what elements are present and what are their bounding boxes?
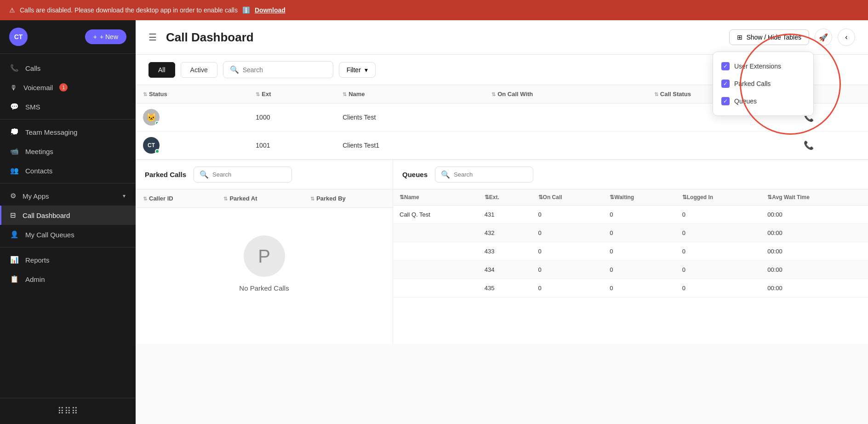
search-icon: 🔍 [200,170,209,179]
sidebar-item-my-call-queues[interactable]: 👤 My Call Queues [0,225,136,244]
parked-calls-empty-text: No Parked Calls [239,284,289,292]
sms-icon: 💬 [10,103,19,111]
admin-icon: 📋 [10,275,19,283]
contacts-icon: 👥 [10,166,19,175]
bottom-section: Parked Calls 🔍 ⇅Caller ID ⇅Parked At ⇅Pa… [136,160,868,344]
new-button[interactable]: + + New [85,29,126,44]
table-row: CT 1001 Clients Test1 📞 [136,132,868,160]
sidebar-item-label: Meetings [25,148,53,155]
status-cell: 🐱 [136,103,248,132]
col-queue-name[interactable]: ⇅Name [393,189,478,206]
dashboard-icon: ⊟ [10,211,16,219]
queues-search-box: 🔍 [435,166,533,183]
back-button[interactable]: ‹ [838,29,855,46]
chevron-left-icon: ‹ [845,33,847,41]
avatar: CT [9,28,28,46]
queue-waiting-cell: 0 [603,242,675,261]
main-content: ☰ Call Dashboard ⊞ Show / Hide Tables 🚀 … [136,20,868,424]
main-search-box: 🔍 [223,61,333,78]
queue-name-cell: Call Q. Test [393,206,478,224]
content-area: ⇅Status ⇅Ext ⇅Name ⇅On Call With ⇅Call S… [136,85,868,424]
online-indicator [155,149,160,154]
sidebar-item-my-apps[interactable]: ⚙ My Apps ▾ [0,186,136,206]
col-on-call-with[interactable]: ⇅On Call With [484,85,647,103]
col-avg-wait-time[interactable]: ⇅Avg Wait Time [761,189,868,206]
parked-calls-empty-state: P No Parked Calls [136,208,393,320]
page-title: Call Dashboard [166,30,254,45]
sidebar-item-call-dashboard[interactable]: ⊟ Call Dashboard [0,206,136,225]
sidebar-item-team-messaging[interactable]: 💭 Team Messaging [0,122,136,142]
queue-ext-cell: 435 [478,279,532,298]
queue-avg-wait-cell: 00:00 [761,261,868,279]
parked-calls-table: ⇅Caller ID ⇅Parked At ⇅Parked By [136,189,393,208]
sidebar-item-label: My Apps [23,192,49,200]
filter-button[interactable]: Filter ▾ [339,62,376,78]
col-parked-at[interactable]: ⇅Parked At [216,189,303,208]
rocket-icon-button[interactable]: 🚀 [815,29,832,46]
dropdown-item-label: Queues [734,97,757,105]
queue-waiting-cell: 0 [603,224,675,242]
col-on-call[interactable]: ⇅On Call [532,189,604,206]
sidebar-item-calls[interactable]: 📞 Calls [0,58,136,78]
col-status[interactable]: ⇅Status [136,85,248,103]
chevron-down-icon: ▾ [123,193,126,199]
tab-active[interactable]: Active [181,62,217,78]
show-hide-tables-button[interactable]: ⊞ Show / Hide Tables [729,29,809,45]
col-caller-id[interactable]: ⇅Caller ID [136,189,216,208]
sidebar-item-label: Team Messaging [25,128,77,136]
queue-on-call-cell: 0 [532,279,604,298]
table-row: Call Q. Test 431 0 0 0 00:00 [393,206,868,224]
tab-all[interactable]: All [148,62,175,78]
col-name[interactable]: ⇅Name [335,85,484,103]
sidebar-item-label: SMS [25,103,40,111]
phone-icon[interactable]: 📞 [804,141,814,150]
sidebar-item-label: Call Dashboard [23,212,70,219]
hamburger-icon[interactable]: ☰ [148,32,157,43]
queue-logged-in-cell: 0 [676,206,761,224]
dots-grid-icon[interactable]: ⠿⠿⠿ [57,406,78,417]
table-icon: ⊞ [737,34,742,41]
sidebar-item-meetings[interactable]: 📹 Meetings [0,142,136,161]
sidebar-item-sms[interactable]: 💬 SMS [0,97,136,116]
dropdown-item-user-extensions[interactable]: ✓ User Extensions [713,57,813,75]
sidebar-item-contacts[interactable]: 👥 Contacts [0,161,136,180]
checkbox-user-extensions: ✓ [721,62,730,70]
download-link[interactable]: Download [255,6,286,14]
queue-avg-wait-cell: 00:00 [761,206,868,224]
warning-icon: ⚠ [9,6,15,14]
parked-calls-title: Parked Calls [145,171,186,178]
voicemail-icon: 🎙 [10,84,17,92]
col-parked-by[interactable]: ⇅Parked By [303,189,393,208]
sidebar-item-label: Voicemail [23,84,53,92]
queue-ext-cell: 434 [478,261,532,279]
dropdown-item-parked-calls[interactable]: ✓ Parked Calls [713,75,813,92]
sidebar-item-reports[interactable]: 📊 Reports [0,250,136,269]
queue-ext-cell: 433 [478,242,532,261]
notification-message: Calls are disabled. Please download the … [20,6,238,14]
on-call-with-cell [484,132,647,160]
filter-label: Filter [347,66,361,74]
status-cell: CT [136,132,248,160]
search-input[interactable] [243,66,326,74]
parked-calls-search-input[interactable] [212,171,286,178]
queues-search-input[interactable] [454,171,527,178]
col-waiting[interactable]: ⇅Waiting [603,189,675,206]
col-logged-in[interactable]: ⇅Logged In [676,189,761,206]
sidebar-item-voicemail[interactable]: 🎙 Voicemail 1 [0,78,136,97]
dropdown-item-queues[interactable]: ✓ Queues [713,92,813,110]
queue-on-call-cell: 0 [532,206,604,224]
queue-avg-wait-cell: 00:00 [761,279,868,298]
queue-logged-in-cell: 0 [676,279,761,298]
avatar: 🐱 [143,109,160,126]
col-ext[interactable]: ⇅Ext [248,85,335,103]
sidebar-item-admin[interactable]: 📋 Admin [0,269,136,289]
call-status-cell [647,132,796,160]
col-queue-ext[interactable]: ⇅Ext. [478,189,532,206]
avatar: CT [143,137,160,154]
table-row: 432 0 0 0 00:00 [393,224,868,242]
sidebar-item-label: Reports [25,256,50,264]
online-indicator [155,121,160,126]
queue-logged-in-cell: 0 [676,242,761,261]
checkbox-parked-calls: ✓ [721,80,730,88]
queue-logged-in-cell: 0 [676,261,761,279]
